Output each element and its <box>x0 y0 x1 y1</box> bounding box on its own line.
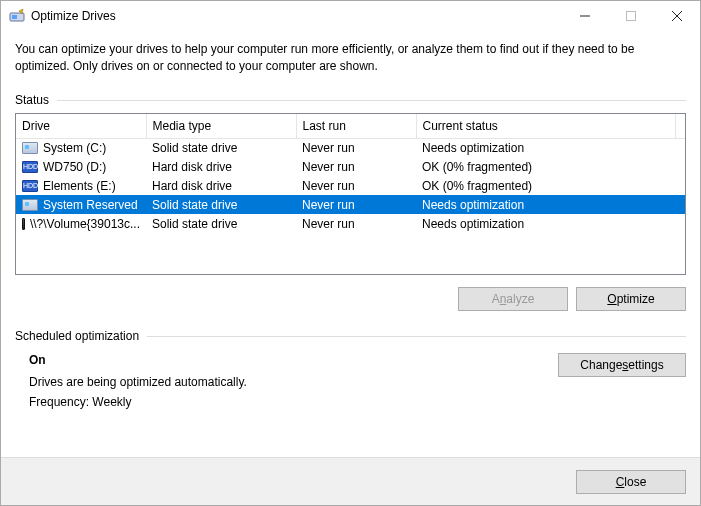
scheduled-label: Scheduled optimization <box>15 329 139 343</box>
drive-name: WD750 (D:) <box>43 160 106 174</box>
col-spacer <box>675 114 685 139</box>
window-title: Optimize Drives <box>31 9 562 23</box>
schedule-desc: Drives are being optimized automatically… <box>29 375 558 389</box>
drive-name: System (C:) <box>43 141 106 155</box>
status-label: Status <box>15 93 49 107</box>
schedule-state: On <box>29 353 558 367</box>
col-lastrun[interactable]: Last run <box>296 114 416 139</box>
media-type: Solid state drive <box>146 195 296 214</box>
drive-name: \\?\Volume{39013c... <box>30 217 140 231</box>
current-status: OK (0% fragmented) <box>416 176 685 195</box>
drive-name: Elements (E:) <box>43 179 116 193</box>
description-text: You can optimize your drives to help you… <box>15 41 686 75</box>
divider <box>57 100 686 101</box>
table-row[interactable]: HDDWD750 (D:)Hard disk driveNever runOK … <box>16 157 685 176</box>
drive-icon <box>22 218 25 230</box>
last-run: Never run <box>296 195 416 214</box>
analyze-button: Analyze <box>458 287 568 311</box>
col-media[interactable]: Media type <box>146 114 296 139</box>
current-status: Needs optimization <box>416 195 685 214</box>
drive-icon: HDD <box>22 180 38 192</box>
col-status[interactable]: Current status <box>416 114 675 139</box>
last-run: Never run <box>296 157 416 176</box>
table-row[interactable]: \\?\Volume{39013c...Solid state driveNev… <box>16 214 685 233</box>
col-drive[interactable]: Drive <box>16 114 146 139</box>
close-button[interactable]: Close <box>576 470 686 494</box>
close-window-button[interactable] <box>654 1 700 31</box>
minimize-button[interactable] <box>562 1 608 31</box>
media-type: Hard disk drive <box>146 157 296 176</box>
svg-rect-1 <box>12 15 17 19</box>
current-status: Needs optimization <box>416 214 685 233</box>
media-type: Hard disk drive <box>146 176 296 195</box>
drive-icon <box>22 199 38 211</box>
current-status: OK (0% fragmented) <box>416 157 685 176</box>
table-row[interactable]: System ReservedSolid state driveNever ru… <box>16 195 685 214</box>
titlebar: Optimize Drives <box>1 1 700 31</box>
current-status: Needs optimization <box>416 138 685 157</box>
media-type: Solid state drive <box>146 138 296 157</box>
drive-icon: HDD <box>22 161 38 173</box>
divider <box>147 336 686 337</box>
schedule-freq: Frequency: Weekly <box>29 395 558 409</box>
table-header-row[interactable]: Drive Media type Last run Current status <box>16 114 685 139</box>
change-settings-button[interactable]: Change settings <box>558 353 686 377</box>
table-row[interactable]: HDDElements (E:)Hard disk driveNever run… <box>16 176 685 195</box>
optimize-button[interactable]: Optimize <box>576 287 686 311</box>
drive-icon <box>22 142 38 154</box>
drives-table[interactable]: Drive Media type Last run Current status… <box>15 113 686 275</box>
table-row[interactable]: System (C:)Solid state driveNever runNee… <box>16 138 685 157</box>
last-run: Never run <box>296 176 416 195</box>
window-controls <box>562 1 700 31</box>
maximize-button <box>608 1 654 31</box>
footer: Close <box>1 457 700 505</box>
last-run: Never run <box>296 138 416 157</box>
media-type: Solid state drive <box>146 214 296 233</box>
last-run: Never run <box>296 214 416 233</box>
drive-name: System Reserved <box>43 198 138 212</box>
svg-rect-3 <box>627 12 636 21</box>
app-icon <box>9 8 25 24</box>
